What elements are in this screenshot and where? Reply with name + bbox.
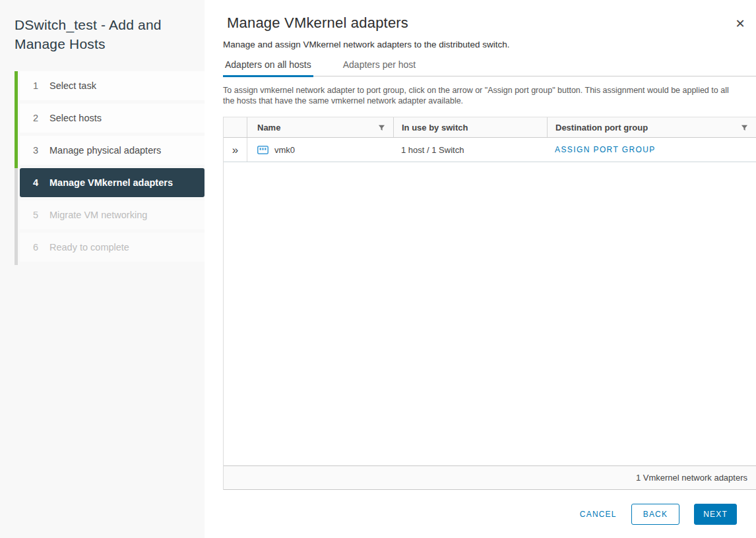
wizard-title: DSwitch_test - Add and Manage Hosts [0,0,205,54]
step-ready-to-complete: 6 Ready to complete [20,233,205,262]
vmkernel-adapters-table: Name In use by switch Destination port g… [223,117,756,490]
step-number: 4 [30,177,38,188]
column-header-name[interactable]: Name [247,117,393,137]
column-header-destination-port-group[interactable]: Destination port group [547,117,756,137]
assign-port-group-button[interactable]: ASSIGN PORT GROUP [555,145,656,154]
vmkernel-adapter-icon [257,146,268,154]
row-expander-cell: » [224,138,247,162]
table-header-row: Name In use by switch Destination port g… [224,117,756,138]
progress-rail-remaining [15,168,18,265]
adapter-name: vmk0 [274,145,295,155]
filter-icon[interactable] [378,124,385,131]
step-manage-vmkernel-adapters[interactable]: 4 Manage VMkernel adapters [20,168,205,197]
step-select-hosts[interactable]: 2 Select hosts [20,104,205,133]
in-use-value: 1 host / 1 Switch [401,145,464,155]
step-label: Manage physical adapters [49,145,161,156]
expand-row-icon[interactable]: » [232,144,238,156]
step-migrate-vm-networking: 5 Migrate VM networking [20,200,205,229]
close-icon[interactable]: ✕ [732,16,748,32]
table-empty-area [224,162,756,465]
assignment-instructions: To assign vmkernel network adapter to po… [223,85,734,106]
column-header-label: Name [257,123,280,133]
wizard-actions: CANCEL BACK NEXT [580,504,737,525]
column-header-label: In use by switch [402,123,468,133]
step-label: Select task [49,80,96,91]
step-number: 3 [30,145,38,156]
filter-icon[interactable] [741,124,748,131]
page-subtitle: Manage and assign VMkernel network adapt… [223,40,756,49]
back-button[interactable]: BACK [631,504,679,525]
wizard-sidebar: DSwitch_test - Add and Manage Hosts 1 Se… [0,0,205,538]
step-number: 5 [30,210,38,220]
row-destination-cell: ASSIGN PORT GROUP [547,138,756,162]
next-button[interactable]: NEXT [694,504,737,525]
tab-adapters-on-all-hosts[interactable]: Adapters on all hosts [223,59,313,77]
column-header-in-use-by-switch[interactable]: In use by switch [393,117,547,137]
table-footer: 1 Vmkernel network adapters [224,465,756,490]
step-manage-physical-adapters[interactable]: 3 Manage physical adapters [20,136,205,165]
step-label: Migrate VM networking [49,210,147,220]
step-label: Select hosts [49,113,102,123]
page-header: Manage VMkernel adapters Manage and assi… [205,0,756,49]
step-label: Ready to complete [49,242,129,253]
step-number: 2 [30,113,38,123]
tab-bar: Adapters on all hosts Adapters per host [223,59,756,76]
wizard-steps: 1 Select task 2 Select hosts 3 Manage ph… [0,71,205,262]
adapter-count-label: 1 Vmkernel network adapters [636,473,747,483]
row-in-use-cell: 1 host / 1 Switch [393,138,547,162]
expander-column-header [224,117,247,137]
page-title: Manage VMkernel adapters [227,15,756,32]
tab-adapters-per-host[interactable]: Adapters per host [341,59,418,77]
row-name-cell: vmk0 [247,138,393,162]
step-number: 6 [30,242,38,253]
progress-rail-completed [15,71,18,168]
cancel-button[interactable]: CANCEL [580,510,617,519]
step-number: 1 [30,80,38,91]
column-header-label: Destination port group [555,123,648,133]
step-label: Manage VMkernel adapters [49,177,173,188]
step-select-task[interactable]: 1 Select task [20,71,205,100]
table-row-vmk0: » vmk0 1 host / 1 Switch ASSIGN PORT GRO… [224,138,756,162]
wizard-main-panel: ✕ Manage VMkernel adapters Manage and as… [205,0,756,538]
